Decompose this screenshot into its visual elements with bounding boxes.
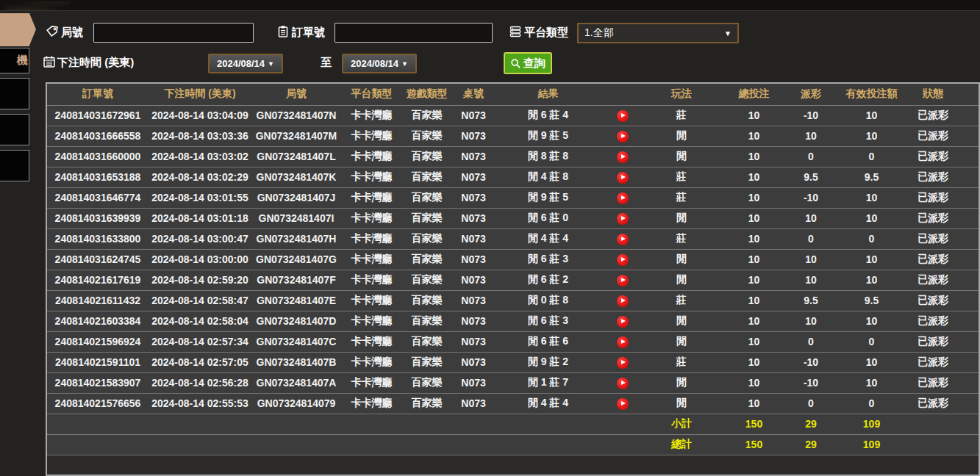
table-row: 2408140316600002024-08-14 03:03:02GN0732…	[47, 146, 980, 167]
chevron-down-icon: ▼	[401, 60, 408, 68]
play-video-icon[interactable]	[617, 131, 629, 143]
column-header: 下注時間 (美東)	[149, 84, 251, 105]
clipped-cell	[955, 146, 980, 167]
bet-time-cell: 2024-08-14 03:03:02	[149, 146, 251, 167]
chevron-down-icon: ▼	[268, 60, 274, 68]
column-header: 桌號	[451, 84, 496, 105]
status-cell: 已派彩	[911, 208, 955, 228]
table-no-cell: N073	[451, 167, 496, 187]
clipped-cell	[955, 352, 980, 372]
play-video-icon[interactable]	[617, 110, 629, 122]
play-cell: 莊	[645, 290, 718, 311]
clipped-cell	[955, 290, 980, 311]
play-cell: 閒	[645, 249, 718, 270]
round-no-input[interactable]	[93, 23, 254, 43]
round-no-cell: GN0732481407C	[251, 331, 341, 352]
sidebar-item-machine[interactable]: 機	[0, 48, 29, 73]
play-video-icon[interactable]	[617, 316, 629, 328]
table-no-cell: N073	[451, 187, 496, 208]
column-header	[601, 84, 645, 105]
platform-cell: 卡卡灣廳	[341, 228, 402, 249]
play-video-icon[interactable]	[617, 357, 629, 369]
table-row: 2408140215839072024-08-14 02:56:28GN0732…	[47, 372, 980, 393]
summary-spacer	[47, 434, 645, 455]
platform-type-icon	[509, 25, 522, 38]
order-no-cell: 240814031633800	[47, 228, 149, 249]
table-no-cell: N073	[451, 126, 496, 146]
platform-type-select[interactable]: 1.全部 ▼	[577, 23, 739, 43]
total-bet-cell: 10	[718, 393, 790, 414]
play-video-icon[interactable]	[617, 151, 629, 163]
platform-cell: 卡卡灣廳	[341, 208, 402, 228]
clipped-cell	[955, 249, 980, 270]
valid-bet-cell: 0	[832, 146, 911, 167]
bet-time-cell: 2024-08-14 02:56:28	[149, 372, 251, 393]
round-no-cell: GN0732481407F	[251, 270, 341, 290]
round-no-label: 局號	[61, 26, 83, 40]
total-bet-cell: 10	[718, 249, 790, 270]
clipped-cell	[955, 393, 980, 414]
result-cell: 閒 9 莊 2	[496, 352, 601, 372]
date-from-select[interactable]: 2024/08/14 ▼	[208, 54, 283, 73]
play-video-icon[interactable]	[617, 254, 629, 266]
round-no-cell: GN0732481407H	[251, 228, 341, 249]
platform-cell: 卡卡灣廳	[341, 352, 402, 372]
round-no-cell: GN0732481407A	[251, 372, 341, 393]
chevron-down-icon: ▼	[724, 29, 732, 37]
summary-value	[955, 414, 980, 434]
platform-cell: 卡卡灣廳	[341, 167, 402, 187]
play-video-icon[interactable]	[617, 192, 629, 204]
play-video-icon[interactable]	[617, 378, 629, 389]
clipped-cell	[955, 187, 980, 208]
sidebar-item-4[interactable]	[0, 150, 29, 181]
play-video-icon[interactable]	[617, 295, 629, 307]
table-row: 2408140216114322024-08-14 02:58:47GN0732…	[47, 290, 980, 311]
platform-type-label: 平台類型	[524, 26, 568, 40]
game-type-cell: 百家樂	[402, 208, 451, 228]
status-cell: 已派彩	[911, 228, 955, 249]
result-cell: 閒 9 莊 5	[496, 126, 601, 146]
game-type-cell: 百家樂	[402, 146, 451, 167]
table-no-cell: N073	[451, 290, 496, 311]
game-type-cell: 百家樂	[402, 290, 451, 311]
result-video-cell	[601, 249, 645, 270]
play-video-icon[interactable]	[617, 234, 629, 245]
result-cell: 閒 9 莊 5	[496, 187, 601, 208]
play-video-icon[interactable]	[617, 275, 629, 286]
sidebar-item-2[interactable]	[0, 78, 29, 109]
total-bet-cell: 10	[718, 208, 790, 228]
order-no-cell: 240814021583907	[47, 372, 149, 393]
play-video-icon[interactable]	[617, 213, 629, 225]
valid-bet-cell: 10	[832, 372, 911, 393]
play-video-icon[interactable]	[617, 336, 629, 348]
total-bet-cell: 10	[718, 146, 790, 167]
result-cell: 閒 6 莊 6	[496, 331, 601, 352]
valid-bet-cell: 10	[832, 126, 911, 146]
table-row: 2408140316531882024-08-14 03:02:29GN0732…	[47, 167, 980, 187]
sidebar-item-3[interactable]	[0, 114, 29, 145]
total-bet-cell: 10	[718, 372, 790, 393]
sidebar-item-selected[interactable]	[0, 13, 29, 46]
order-no-input[interactable]	[335, 23, 493, 43]
summary-label: 小計	[645, 414, 718, 434]
play-video-icon[interactable]	[617, 172, 629, 184]
result-cell: 閒 0 莊 8	[496, 290, 601, 311]
result-cell: 閒 6 莊 0	[496, 208, 601, 228]
payout-cell: 0	[790, 228, 832, 249]
valid-bet-cell: 10	[832, 187, 911, 208]
summary-value: 150	[718, 414, 790, 434]
round-no-cell: GN0732481407D	[251, 311, 341, 331]
status-cell: 已派彩	[911, 187, 955, 208]
round-no-cell: GN0732481407N	[251, 105, 341, 126]
play-video-icon[interactable]	[617, 398, 629, 410]
platform-cell: 卡卡灣廳	[341, 331, 402, 352]
date-to-select[interactable]: 2024/08/14 ▼	[342, 54, 417, 73]
table-no-cell: N073	[451, 372, 496, 393]
valid-bet-cell: 10	[832, 208, 911, 228]
play-cell: 莊	[645, 187, 718, 208]
bet-time-cell: 2024-08-14 03:01:55	[149, 187, 251, 208]
platform-cell: 卡卡灣廳	[341, 126, 402, 146]
column-header: 結果	[496, 84, 601, 105]
search-button[interactable]: 查詢	[504, 52, 552, 74]
valid-bet-cell: 10	[832, 105, 911, 126]
